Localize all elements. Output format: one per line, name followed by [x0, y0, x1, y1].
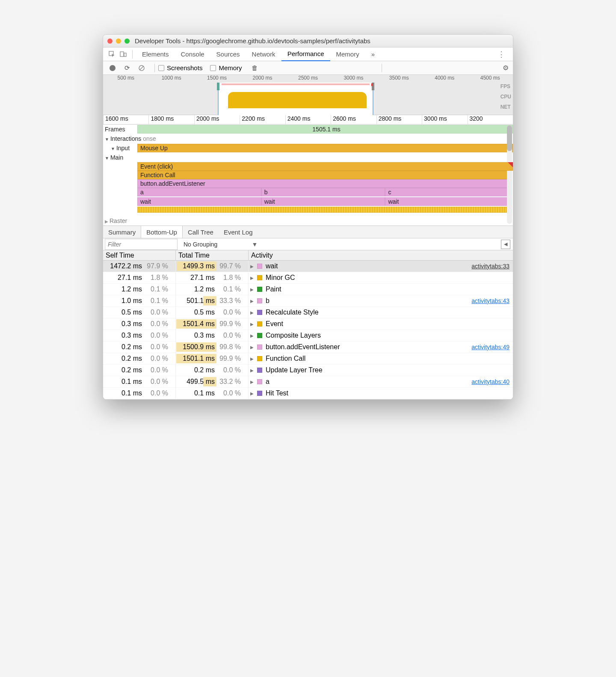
filter-input[interactable] [105, 239, 178, 250]
expand-icon[interactable]: ▶ [250, 356, 255, 361]
activity-name: Event [266, 320, 283, 328]
details-tab-event-log[interactable]: Event Log [219, 226, 258, 238]
tab-performance[interactable]: Performance [281, 48, 330, 61]
expand-icon[interactable]: ▶ [250, 287, 255, 292]
flame-chart[interactable]: Frames 1505.1 ms ▼Interactions onse ▼Inp… [103, 125, 513, 226]
expand-icon[interactable]: ▶ [250, 391, 255, 396]
expand-icon[interactable]: ▶ [250, 322, 255, 327]
activity-swatch [257, 321, 262, 327]
expand-icon[interactable]: ▶ [250, 380, 255, 384]
expand-icon[interactable]: ▶ [250, 299, 255, 303]
window-controls [107, 39, 130, 44]
tab-sources[interactable]: Sources [210, 48, 246, 61]
activity-swatch [257, 310, 262, 315]
overview-timeline[interactable]: 500 ms1000 ms1500 ms2000 ms2500 ms3000 m… [103, 75, 513, 115]
event-click-bar[interactable]: Event (click) [137, 162, 513, 171]
frame-bar[interactable]: 1505.1 ms [137, 125, 513, 134]
source-link[interactable]: activitytabs:49 [471, 344, 509, 350]
tab-memory[interactable]: Memory [330, 48, 365, 61]
detail-ruler[interactable]: 1600 ms1800 ms2000 ms2200 ms2400 ms2600 … [103, 115, 513, 125]
source-link[interactable]: activitytabs:33 [471, 263, 509, 270]
zoom-icon[interactable] [124, 39, 130, 44]
show-sidebar-icon[interactable]: ◀ [501, 240, 510, 249]
perf-toolbar: ⟳ Screenshots Memory 🗑 ⚙ [103, 61, 513, 75]
source-link[interactable]: activitytabs:40 [471, 378, 509, 385]
memory-checkbox[interactable]: Memory [210, 64, 242, 71]
interactions-track-label[interactable]: ▼Interactions onse [103, 135, 159, 142]
inspect-icon[interactable] [107, 49, 118, 60]
expand-icon[interactable]: ▶ [250, 333, 255, 338]
micro-bars[interactable] [137, 207, 509, 213]
activity-swatch [257, 356, 262, 361]
input-track-label[interactable]: ▼Input [103, 145, 137, 151]
wait-bar-1[interactable]: wait [137, 197, 261, 206]
table-row[interactable]: 1472.2 ms97.9 %1499.3 ms99.7 %▶waitactiv… [103, 261, 513, 272]
source-link[interactable]: activitytabs:43 [471, 297, 509, 304]
panel-tabbar: ElementsConsoleSourcesNetworkPerformance… [103, 48, 513, 61]
screenshots-label: Screenshots [167, 64, 202, 71]
settings-icon[interactable]: ⚙ [503, 64, 509, 72]
expand-icon[interactable]: ▶ [250, 345, 255, 350]
col-activity[interactable]: Activity [249, 250, 513, 260]
activity-name: a [266, 378, 270, 386]
table-header[interactable]: Self Time Total Time Activity [103, 250, 513, 261]
table-row[interactable]: 0.3 ms0.0 %0.3 ms0.0 %▶Composite Layers [103, 330, 513, 341]
expand-icon[interactable]: ▶ [250, 276, 255, 280]
main-track-label[interactable]: ▼Main [103, 154, 137, 161]
svg-rect-2 [124, 53, 126, 56]
devtools-window: Developer Tools - https://googlechrome.g… [103, 34, 513, 400]
expand-icon[interactable]: ▶ [250, 264, 255, 269]
table-row[interactable]: 27.1 ms1.8 %27.1 ms1.8 %▶Minor GC [103, 272, 513, 284]
table-row[interactable]: 0.1 ms0.0 %499.5 ms33.2 %▶aactivitytabs:… [103, 376, 513, 388]
reload-record-button[interactable]: ⟳ [122, 63, 132, 73]
gc-button[interactable]: 🗑 [250, 63, 260, 73]
more-tabs-button[interactable]: » [365, 48, 381, 61]
device-mode-icon[interactable] [118, 49, 129, 60]
fn-a-bar[interactable]: a [137, 188, 261, 196]
details-tabbar: SummaryBottom-UpCall TreeEvent Log [103, 226, 513, 238]
screenshots-checkbox[interactable]: Screenshots [158, 64, 202, 71]
clear-button[interactable] [136, 63, 147, 73]
raster-track-label[interactable]: ▶Raster [103, 217, 137, 224]
details-tab-call-tree[interactable]: Call Tree [183, 226, 219, 238]
tab-elements[interactable]: Elements [136, 48, 175, 61]
details-tab-bottom-up[interactable]: Bottom-Up [141, 226, 183, 238]
table-row[interactable]: 0.2 ms0.0 %1501.1 ms99.9 %▶Function Call [103, 353, 513, 365]
table-row[interactable]: 0.2 ms0.0 %0.2 ms0.0 %▶Update Layer Tree [103, 365, 513, 376]
fn-b-bar[interactable]: b [261, 188, 385, 196]
activity-swatch [257, 287, 262, 292]
table-row[interactable]: 0.5 ms0.0 %0.5 ms0.0 %▶Recalculate Style [103, 307, 513, 318]
flame-scrollbar[interactable] [507, 125, 512, 224]
function-call-bar[interactable]: Function Call [137, 171, 509, 179]
memory-label: Memory [219, 64, 242, 71]
col-total-time[interactable]: Total Time [176, 250, 249, 260]
table-row[interactable]: 1.2 ms0.1 %1.2 ms0.1 %▶Paint [103, 284, 513, 295]
record-button[interactable] [107, 63, 118, 73]
table-row[interactable]: 0.2 ms0.0 %1500.9 ms99.8 %▶button.addEve… [103, 341, 513, 353]
tab-console[interactable]: Console [175, 48, 210, 61]
overview-selection[interactable] [218, 83, 373, 115]
tab-network[interactable]: Network [246, 48, 281, 61]
details-tab-summary[interactable]: Summary [103, 226, 141, 238]
expand-icon[interactable]: ▶ [250, 310, 255, 315]
wait-bar-3[interactable]: wait [385, 197, 509, 206]
fn-c-bar[interactable]: c [385, 188, 509, 196]
grouping-dropdown[interactable]: No Grouping▼ [179, 241, 501, 248]
titlebar: Developer Tools - https://googlechrome.g… [103, 35, 513, 48]
frames-track-label[interactable]: Frames [103, 126, 137, 133]
col-self-time[interactable]: Self Time [103, 250, 176, 260]
minimize-icon[interactable] [116, 39, 121, 44]
expand-icon[interactable]: ▶ [250, 368, 255, 373]
wait-bar-2[interactable]: wait [261, 197, 385, 206]
overview-ticks: 500 ms1000 ms1500 ms2000 ms2500 ms3000 m… [103, 75, 513, 83]
activity-name: Function Call [266, 355, 305, 362]
mouseup-bar[interactable]: Mouse Up [137, 144, 513, 152]
table-row[interactable]: 0.3 ms0.0 %1501.4 ms99.9 %▶Event [103, 318, 513, 330]
selection-handle-left[interactable] [217, 83, 219, 90]
kebab-menu-icon[interactable]: ⋮ [493, 50, 509, 59]
table-row[interactable]: 1.0 ms0.1 %501.1 ms33.3 %▶bactivitytabs:… [103, 295, 513, 307]
activity-name: b [266, 297, 270, 305]
table-row[interactable]: 0.1 ms0.0 %0.1 ms0.0 %▶Hit Test [103, 388, 513, 399]
add-listener-bar[interactable]: button.addEventListener [137, 179, 509, 188]
close-icon[interactable] [107, 39, 113, 44]
